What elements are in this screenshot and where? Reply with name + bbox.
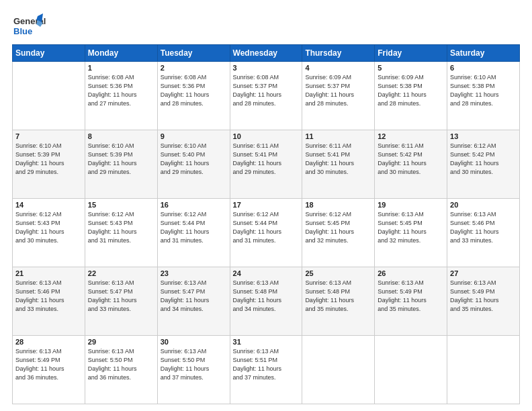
cell-content: Sunrise: 6:13 AMSunset: 5:47 PMDaylight:… xyxy=(88,279,154,314)
weekday-header: Monday xyxy=(85,45,157,62)
day-number: 31 xyxy=(233,338,300,346)
calendar-cell: 19Sunrise: 6:13 AMSunset: 5:45 PMDayligh… xyxy=(375,199,447,267)
calendar-week-row: 28Sunrise: 6:13 AMSunset: 5:49 PMDayligh… xyxy=(13,336,520,404)
cell-content: Sunrise: 6:13 AMSunset: 5:49 PMDaylight:… xyxy=(15,347,82,382)
cell-content: Sunrise: 6:12 AMSunset: 5:44 PMDaylight:… xyxy=(233,210,300,245)
calendar-cell: 22Sunrise: 6:13 AMSunset: 5:47 PMDayligh… xyxy=(85,267,157,336)
calendar-cell xyxy=(13,62,85,130)
day-number: 7 xyxy=(15,132,82,140)
calendar-cell: 9Sunrise: 6:10 AMSunset: 5:40 PMDaylight… xyxy=(157,130,230,199)
day-number: 24 xyxy=(233,269,300,277)
calendar-cell: 6Sunrise: 6:10 AMSunset: 5:38 PMDaylight… xyxy=(447,62,520,130)
calendar-cell: 21Sunrise: 6:13 AMSunset: 5:46 PMDayligh… xyxy=(13,267,85,336)
calendar-cell: 24Sunrise: 6:13 AMSunset: 5:48 PMDayligh… xyxy=(230,267,302,336)
calendar-cell: 31Sunrise: 6:13 AMSunset: 5:51 PMDayligh… xyxy=(230,336,302,404)
calendar-cell: 2Sunrise: 6:08 AMSunset: 5:36 PMDaylight… xyxy=(157,62,230,130)
day-number: 15 xyxy=(88,201,154,209)
calendar-cell: 16Sunrise: 6:12 AMSunset: 5:44 PMDayligh… xyxy=(157,199,230,267)
calendar-cell: 8Sunrise: 6:10 AMSunset: 5:39 PMDaylight… xyxy=(85,130,157,199)
weekday-header: Saturday xyxy=(447,45,520,62)
day-number: 3 xyxy=(233,64,300,72)
day-number: 19 xyxy=(378,201,444,209)
cell-content: Sunrise: 6:12 AMSunset: 5:45 PMDaylight:… xyxy=(305,210,371,245)
calendar-cell xyxy=(447,336,520,404)
day-number: 20 xyxy=(450,201,517,209)
cell-content: Sunrise: 6:13 AMSunset: 5:51 PMDaylight:… xyxy=(233,347,300,382)
cell-content: Sunrise: 6:11 AMSunset: 5:41 PMDaylight:… xyxy=(305,142,371,177)
calendar-week-row: 14Sunrise: 6:12 AMSunset: 5:43 PMDayligh… xyxy=(13,199,520,267)
cell-content: Sunrise: 6:08 AMSunset: 5:37 PMDaylight:… xyxy=(233,73,300,108)
calendar-cell: 13Sunrise: 6:12 AMSunset: 5:42 PMDayligh… xyxy=(447,130,520,199)
calendar-body: 1Sunrise: 6:08 AMSunset: 5:36 PMDaylight… xyxy=(13,62,520,404)
cell-content: Sunrise: 6:11 AMSunset: 5:42 PMDaylight:… xyxy=(378,142,444,177)
weekday-header: Friday xyxy=(375,45,447,62)
cell-content: Sunrise: 6:13 AMSunset: 5:49 PMDaylight:… xyxy=(378,279,444,314)
day-number: 1 xyxy=(88,64,154,72)
cell-content: Sunrise: 6:13 AMSunset: 5:47 PMDaylight:… xyxy=(161,279,227,314)
cell-content: Sunrise: 6:10 AMSunset: 5:39 PMDaylight:… xyxy=(15,142,82,177)
cell-content: Sunrise: 6:10 AMSunset: 5:40 PMDaylight:… xyxy=(161,142,227,177)
day-number: 27 xyxy=(450,269,517,277)
cell-content: Sunrise: 6:13 AMSunset: 5:50 PMDaylight:… xyxy=(88,347,154,382)
weekday-header: Tuesday xyxy=(157,45,230,62)
day-number: 9 xyxy=(161,132,227,140)
cell-content: Sunrise: 6:12 AMSunset: 5:42 PMDaylight:… xyxy=(450,142,517,177)
weekday-row: SundayMondayTuesdayWednesdayThursdayFrid… xyxy=(13,45,520,62)
calendar-week-row: 21Sunrise: 6:13 AMSunset: 5:46 PMDayligh… xyxy=(13,267,520,336)
cell-content: Sunrise: 6:10 AMSunset: 5:38 PMDaylight:… xyxy=(450,73,517,108)
cell-content: Sunrise: 6:13 AMSunset: 5:46 PMDaylight:… xyxy=(450,210,517,245)
cell-content: Sunrise: 6:09 AMSunset: 5:38 PMDaylight:… xyxy=(378,73,444,108)
calendar-cell xyxy=(375,336,447,404)
calendar-cell: 5Sunrise: 6:09 AMSunset: 5:38 PMDaylight… xyxy=(375,62,447,130)
day-number: 4 xyxy=(305,64,371,72)
cell-content: Sunrise: 6:13 AMSunset: 5:48 PMDaylight:… xyxy=(305,279,371,314)
weekday-header: Thursday xyxy=(302,45,375,62)
day-number: 5 xyxy=(378,64,444,72)
day-number: 10 xyxy=(233,132,300,140)
calendar-cell xyxy=(302,336,375,404)
day-number: 2 xyxy=(161,64,227,72)
calendar-cell: 7Sunrise: 6:10 AMSunset: 5:39 PMDaylight… xyxy=(13,130,85,199)
day-number: 11 xyxy=(305,132,371,140)
day-number: 21 xyxy=(15,269,82,277)
calendar-cell: 14Sunrise: 6:12 AMSunset: 5:43 PMDayligh… xyxy=(13,199,85,267)
calendar-cell: 1Sunrise: 6:08 AMSunset: 5:36 PMDaylight… xyxy=(85,62,157,130)
day-number: 16 xyxy=(161,201,227,209)
cell-content: Sunrise: 6:13 AMSunset: 5:46 PMDaylight:… xyxy=(15,279,82,314)
cell-content: Sunrise: 6:10 AMSunset: 5:39 PMDaylight:… xyxy=(88,142,154,177)
svg-text:Blue: Blue xyxy=(13,26,32,36)
calendar-cell: 15Sunrise: 6:12 AMSunset: 5:43 PMDayligh… xyxy=(85,199,157,267)
cell-content: Sunrise: 6:11 AMSunset: 5:41 PMDaylight:… xyxy=(233,142,300,177)
weekday-header: Wednesday xyxy=(230,45,302,62)
day-number: 26 xyxy=(378,269,444,277)
day-number: 29 xyxy=(88,338,154,346)
calendar-week-row: 1Sunrise: 6:08 AMSunset: 5:36 PMDaylight… xyxy=(13,62,520,130)
calendar-cell: 4Sunrise: 6:09 AMSunset: 5:37 PMDaylight… xyxy=(302,62,375,130)
calendar-cell: 30Sunrise: 6:13 AMSunset: 5:50 PMDayligh… xyxy=(157,336,230,404)
calendar-cell: 23Sunrise: 6:13 AMSunset: 5:47 PMDayligh… xyxy=(157,267,230,336)
day-number: 17 xyxy=(233,201,300,209)
calendar-cell: 27Sunrise: 6:13 AMSunset: 5:49 PMDayligh… xyxy=(447,267,520,336)
day-number: 6 xyxy=(450,64,517,72)
calendar-cell: 3Sunrise: 6:08 AMSunset: 5:37 PMDaylight… xyxy=(230,62,302,130)
calendar-cell: 18Sunrise: 6:12 AMSunset: 5:45 PMDayligh… xyxy=(302,199,375,267)
cell-content: Sunrise: 6:12 AMSunset: 5:43 PMDaylight:… xyxy=(88,210,154,245)
cell-content: Sunrise: 6:09 AMSunset: 5:37 PMDaylight:… xyxy=(305,73,371,108)
calendar-table: SundayMondayTuesdayWednesdayThursdayFrid… xyxy=(12,44,520,404)
calendar-cell: 29Sunrise: 6:13 AMSunset: 5:50 PMDayligh… xyxy=(85,336,157,404)
cell-content: Sunrise: 6:12 AMSunset: 5:43 PMDaylight:… xyxy=(15,210,82,245)
calendar-cell: 12Sunrise: 6:11 AMSunset: 5:42 PMDayligh… xyxy=(375,130,447,199)
header: General Blue xyxy=(12,12,520,39)
day-number: 8 xyxy=(88,132,154,140)
weekday-header: Sunday xyxy=(13,45,85,62)
page: General Blue SundayMondayTuesdayWednesda… xyxy=(0,0,532,411)
cell-content: Sunrise: 6:13 AMSunset: 5:49 PMDaylight:… xyxy=(450,279,517,314)
calendar-cell: 20Sunrise: 6:13 AMSunset: 5:46 PMDayligh… xyxy=(447,199,520,267)
day-number: 18 xyxy=(305,201,371,209)
day-number: 14 xyxy=(15,201,82,209)
day-number: 28 xyxy=(15,338,82,346)
day-number: 22 xyxy=(88,269,154,277)
day-number: 30 xyxy=(161,338,227,346)
day-number: 25 xyxy=(305,269,371,277)
day-number: 12 xyxy=(378,132,444,140)
